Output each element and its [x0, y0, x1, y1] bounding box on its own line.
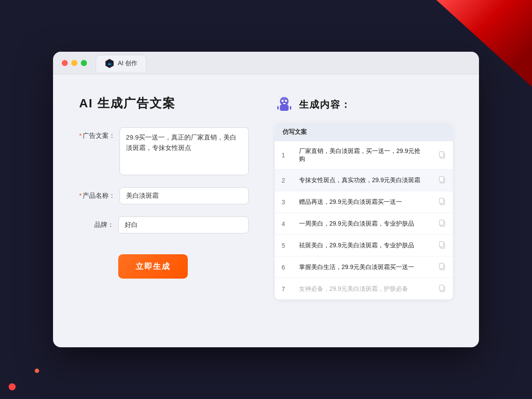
- svg-rect-10: [290, 106, 291, 110]
- svg-rect-3: [280, 105, 289, 111]
- svg-point-5: [285, 100, 287, 102]
- robot-icon: [275, 95, 294, 114]
- svg-rect-24: [439, 285, 444, 290]
- traffic-light-close[interactable]: [62, 60, 68, 66]
- row-number: 2: [275, 170, 292, 191]
- page-title: AI 生成广告文案: [79, 95, 249, 112]
- row-number: 5: [275, 235, 292, 256]
- form-group-ad-copy: *广告文案： 29.9买一送一，真正的厂家直销，美白淡斑霜，专抹女性斑点: [79, 127, 249, 175]
- required-star-product: *: [79, 192, 82, 199]
- copy-button[interactable]: [438, 286, 446, 293]
- brand-label: 品牌：: [79, 216, 118, 229]
- row-text: 掌握美白生活，29.9元美白淡斑霜买一送一: [292, 256, 431, 278]
- traffic-lights: [62, 60, 87, 66]
- tab-label: AI 创作: [118, 60, 137, 67]
- copy-button[interactable]: [438, 243, 446, 250]
- svg-rect-22: [439, 263, 444, 269]
- product-name-input[interactable]: [120, 187, 249, 204]
- result-table: 仿写文案 1厂家直销，美白淡斑霜，买一送一，29.9元抢购2专抹女性斑点，真实功…: [275, 123, 453, 299]
- row-number: 1: [275, 141, 292, 170]
- svg-point-4: [282, 100, 284, 102]
- row-number: 4: [275, 213, 292, 235]
- copy-button[interactable]: [438, 265, 446, 272]
- svg-point-8: [284, 97, 285, 99]
- svg-rect-6: [283, 103, 286, 104]
- svg-rect-16: [439, 198, 444, 203]
- traffic-light-maximize[interactable]: [81, 60, 87, 66]
- row-text: 赠品再送，29.9元美白淡斑霜买一送一: [292, 191, 431, 213]
- row-text: 专抹女性斑点，真实功效，29.9元美白淡斑霜: [292, 170, 431, 191]
- copy-cell: [431, 213, 453, 235]
- left-panel: AI 生成广告文案 *广告文案： 29.9买一送一，真正的厂家直销，美白淡斑霜，…: [79, 95, 249, 326]
- svg-rect-12: [439, 152, 444, 157]
- copy-cell: [431, 170, 453, 191]
- browser-content: AI 生成广告文案 *广告文案： 29.9买一送一，真正的厂家直销，美白淡斑霜，…: [53, 74, 479, 347]
- row-number: 7: [275, 278, 292, 300]
- row-number: 3: [275, 191, 292, 213]
- bg-decoration-bottom-left: [0, 338, 70, 399]
- traffic-light-minimize[interactable]: [71, 60, 77, 66]
- result-title: 生成内容：: [299, 98, 351, 111]
- copy-button[interactable]: [438, 221, 446, 228]
- svg-rect-7: [284, 99, 285, 100]
- table-header: 仿写文案: [275, 123, 453, 141]
- product-name-label: *产品名称：: [79, 187, 120, 200]
- copy-cell: [431, 278, 453, 300]
- table-row: 1厂家直销，美白淡斑霜，买一送一，29.9元抢购: [275, 141, 453, 170]
- row-text: 一周美白，29.9元美白淡斑霜，专业护肤品: [292, 213, 431, 235]
- brand-input[interactable]: [118, 216, 249, 233]
- required-star-ad: *: [79, 132, 82, 139]
- generate-button[interactable]: 立即生成: [118, 254, 188, 279]
- copy-cell: [431, 256, 453, 278]
- table-row: 5祛斑美白，29.9元美白淡斑霜，专业护肤品: [275, 235, 453, 256]
- table-row: 3赠品再送，29.9元美白淡斑霜买一送一: [275, 191, 453, 213]
- browser-tab[interactable]: AI AI 创作: [96, 55, 146, 72]
- ai-tab-icon: AI: [105, 59, 114, 68]
- copy-button[interactable]: [438, 200, 446, 206]
- svg-rect-9: [277, 106, 279, 110]
- row-text: 厂家直销，美白淡斑霜，买一送一，29.9元抢购: [292, 141, 431, 170]
- svg-rect-14: [439, 176, 444, 182]
- right-panel: 生成内容： 仿写文案 1厂家直销，美白淡斑霜，买一送一，29.9元抢购2专抹女性…: [275, 95, 453, 326]
- browser-window: AI AI 创作 AI 生成广告文案 *广告文案： 29.9买一送一，真正的厂家…: [53, 52, 479, 347]
- result-header: 生成内容：: [275, 95, 453, 114]
- form-group-product-name: *产品名称：: [79, 187, 249, 204]
- table-row: 4一周美白，29.9元美白淡斑霜，专业护肤品: [275, 213, 453, 235]
- form-group-brand: 品牌：: [79, 216, 249, 233]
- copy-cell: [431, 141, 453, 170]
- row-text: 女神必备，29.9元美白淡斑霜，护肤必备: [292, 278, 431, 300]
- row-number: 6: [275, 256, 292, 278]
- svg-rect-18: [439, 220, 444, 225]
- table-row: 7女神必备，29.9元美白淡斑霜，护肤必备: [275, 278, 453, 300]
- copy-button[interactable]: [438, 178, 446, 185]
- copy-button[interactable]: [438, 153, 446, 160]
- svg-text:AI: AI: [108, 62, 111, 66]
- ad-copy-input[interactable]: 29.9买一送一，真正的厂家直销，美白淡斑霜，专抹女性斑点: [120, 127, 249, 175]
- row-text: 祛斑美白，29.9元美白淡斑霜，专业护肤品: [292, 235, 431, 256]
- svg-rect-20: [439, 242, 444, 247]
- copy-cell: [431, 235, 453, 256]
- copy-cell: [431, 191, 453, 213]
- table-row: 6掌握美白生活，29.9元美白淡斑霜买一送一: [275, 256, 453, 278]
- browser-titlebar: AI AI 创作: [53, 52, 479, 74]
- table-row: 2专抹女性斑点，真实功效，29.9元美白淡斑霜: [275, 170, 453, 191]
- ad-copy-label: *广告文案：: [79, 127, 120, 140]
